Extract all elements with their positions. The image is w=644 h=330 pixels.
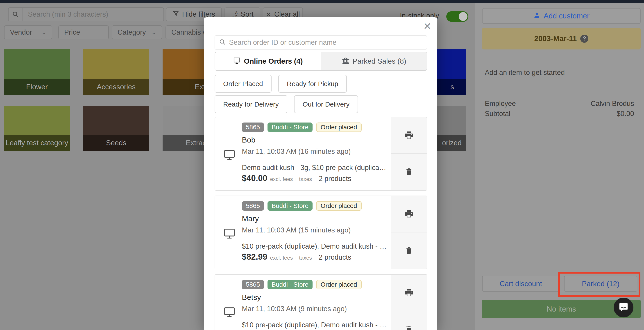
no-items-label: No items	[547, 305, 576, 313]
order-time: Mar 11, 10:03 AM (16 minutes ago)	[242, 148, 391, 156]
category-tile-label: Accessories	[83, 79, 149, 95]
order-time: Mar 11, 10:03 AM (9 minutes ago)	[242, 305, 391, 313]
order-card[interactable]: 5865 Buddi - Store Order placed Mary Mar…	[214, 195, 427, 269]
clear-icon: ✕	[266, 11, 271, 18]
status-badge: Order placed	[316, 123, 362, 132]
filter-order-placed[interactable]: Order Placed	[214, 75, 272, 93]
category-filter-label: Category	[118, 28, 146, 36]
category-tile-flower[interactable]: Flower	[4, 49, 70, 95]
status-badge: Order placed	[316, 201, 362, 211]
search-icon	[219, 39, 226, 46]
cart-discount-button[interactable]: Cart discount	[482, 276, 560, 292]
help-icon[interactable]: ?	[580, 35, 588, 43]
order-id-badge: 5865	[242, 280, 264, 289]
store-badge: Buddi - Store	[268, 201, 312, 211]
price-filter-field[interactable]: Price	[58, 25, 109, 39]
employee-label: Employee	[485, 100, 516, 108]
order-search-input[interactable]	[229, 38, 423, 46]
add-customer-button[interactable]: Add customer	[482, 8, 640, 24]
order-card[interactable]: 5865 Buddi - Store Order placed Bob Mar …	[214, 117, 427, 191]
store-badge: Buddi - Store	[268, 123, 312, 132]
tab-label: Parked Sales (8)	[352, 57, 406, 65]
print-order-button[interactable]	[391, 275, 427, 311]
print-order-button[interactable]	[391, 196, 427, 232]
monitor-icon	[233, 57, 241, 66]
order-price: $40.00	[242, 173, 267, 183]
add-customer-label: Add customer	[544, 12, 590, 20]
tab-online-orders[interactable]: Online Orders (4)	[215, 52, 321, 70]
vendor-filter-dropdown[interactable]: Vendor ⌄	[4, 25, 52, 39]
monitor-icon	[223, 227, 236, 241]
order-products: Demo audit kush - 3g, $10 pre-pack (dupl…	[242, 164, 391, 172]
person-icon	[533, 11, 540, 20]
category-tile-label: Seeds	[83, 135, 149, 151]
empty-cart-hint: Add an item to get started	[485, 69, 565, 77]
product-search-box[interactable]	[8, 7, 164, 21]
filter-out-for-delivery[interactable]: Out for Delivery	[294, 95, 358, 113]
category-tile-label: Leafly test category	[4, 135, 70, 151]
order-list: 5865 Buddi - Store Order placed Bob Mar …	[214, 117, 427, 330]
order-time: Mar 11, 10:03 AM (15 minutes ago)	[242, 226, 391, 234]
category-filter-dropdown[interactable]: Category ⌄	[112, 25, 162, 39]
monitor-icon	[223, 306, 236, 319]
business-date-banner: 2003-Mar-11 ?	[482, 28, 640, 49]
tab-parked-sales[interactable]: Parked Sales (8)	[321, 52, 427, 70]
top-system-bar	[0, 0, 644, 3]
delete-order-button[interactable]	[391, 232, 427, 269]
vendor-filter-label: Vendor	[10, 28, 32, 36]
chevron-down-icon: ⌄	[42, 29, 46, 36]
subtotal-value: $0.00	[616, 110, 634, 118]
cart-discount-label: Cart discount	[500, 280, 542, 288]
price-filter-label: Price	[64, 28, 80, 36]
filter-ready-for-pickup[interactable]: Ready for Pickup	[278, 75, 347, 93]
subtotal-row: Subtotal $0.00	[485, 110, 634, 118]
category-tile-leafly-test[interactable]: Leafly test category	[4, 106, 70, 151]
tab-label: Online Orders (4)	[244, 57, 303, 65]
category-tile-seeds[interactable]: Seeds	[83, 106, 149, 151]
toggle-knob	[459, 12, 468, 21]
price-note: excl. fees + taxes	[270, 255, 312, 261]
online-orders-modal: ✕ Online Orders (4)	[204, 17, 437, 330]
order-products: $10 pre-pack (duplicate), Demo audit kus…	[242, 242, 391, 250]
order-search-box[interactable]	[214, 35, 427, 49]
in-stock-only-toggle[interactable]	[446, 11, 468, 22]
category-tile-label: Flower	[4, 79, 70, 95]
chat-launcher-button[interactable]	[614, 298, 634, 318]
cannabis-weight-filter-label: Cannabis w	[171, 28, 208, 36]
bank-icon	[342, 57, 350, 66]
order-products: $10 pre-pack (duplicate), Demo audit kus…	[242, 321, 391, 329]
status-badge: Order placed	[316, 280, 362, 289]
orders-tab-bar: Online Orders (4) Parked Sales (8)	[214, 52, 427, 71]
order-card[interactable]: 5865 Buddi - Store Order placed Betsy Ma…	[214, 274, 427, 330]
filter-ready-for-delivery[interactable]: Ready for Delivery	[214, 95, 287, 113]
order-status-filters: Order Placed Ready for Pickup Ready for …	[214, 75, 397, 113]
category-tile-accessories[interactable]: Accessories	[83, 49, 149, 95]
annotation-highlight-box	[558, 272, 640, 297]
close-icon[interactable]: ✕	[423, 20, 432, 32]
print-order-button[interactable]	[391, 117, 427, 154]
product-count: 2 products	[318, 253, 351, 261]
store-badge: Buddi - Store	[268, 280, 312, 289]
product-count: 2 products	[318, 175, 351, 183]
search-icon	[8, 8, 23, 21]
customer-name: Bob	[242, 136, 391, 144]
order-id-badge: 5865	[242, 201, 264, 211]
subtotal-label: Subtotal	[485, 110, 510, 118]
monitor-icon	[223, 148, 236, 162]
customer-name: Betsy	[242, 293, 391, 302]
delete-order-button[interactable]	[391, 154, 427, 190]
order-id-badge: 5865	[242, 123, 264, 132]
chat-bubble-icon	[618, 302, 629, 313]
business-date: 2003-Mar-11	[534, 34, 577, 43]
order-price: $82.99	[242, 252, 267, 262]
pos-app: Hide filters ↓ AZ Sort ✕ Clear all Vendo…	[0, 0, 644, 330]
customer-name: Mary	[242, 214, 391, 223]
chevron-down-icon: ⌄	[151, 29, 156, 36]
funnel-icon	[173, 10, 179, 18]
employee-value: Calvin Brodus	[591, 100, 634, 108]
sort-icon: ↓ AZ	[231, 11, 238, 18]
product-search-input[interactable]	[23, 8, 164, 21]
employee-row: Employee Calvin Brodus	[485, 100, 634, 108]
price-note: excl. fees + taxes	[270, 176, 312, 182]
delete-order-button[interactable]	[391, 311, 427, 330]
